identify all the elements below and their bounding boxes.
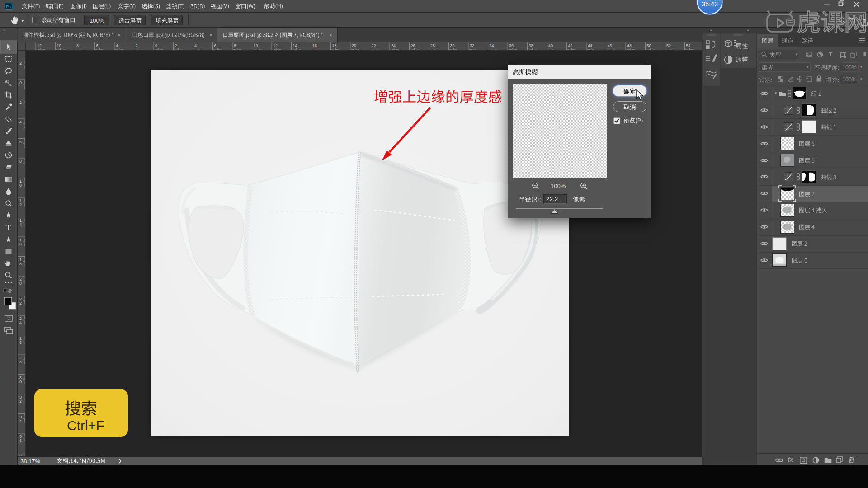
- svg-text:34: 34: [490, 43, 494, 48]
- svg-text:4: 4: [19, 120, 22, 124]
- svg-text:28: 28: [430, 43, 435, 48]
- svg-text:2: 2: [175, 43, 177, 48]
- svg-text:T: T: [6, 223, 11, 232]
- svg-text:32: 32: [470, 43, 474, 48]
- svg-text:54: 54: [686, 43, 691, 48]
- svg-text:4: 4: [116, 43, 118, 48]
- svg-text:6: 6: [19, 438, 22, 443]
- svg-text:4: 4: [19, 222, 22, 227]
- svg-text:6: 6: [19, 140, 22, 144]
- svg-text:8: 8: [19, 262, 22, 266]
- svg-text:52: 52: [666, 43, 671, 48]
- svg-text:0: 0: [19, 281, 22, 286]
- svg-text:16: 16: [312, 43, 317, 48]
- svg-text:3: 3: [19, 454, 22, 457]
- svg-text:0: 0: [19, 80, 22, 85]
- svg-text:24: 24: [391, 43, 396, 48]
- svg-text:8: 8: [19, 360, 22, 364]
- svg-text:44: 44: [588, 43, 592, 48]
- svg-text:6: 6: [96, 43, 99, 48]
- svg-text:2: 2: [19, 100, 22, 105]
- svg-text:6: 6: [214, 43, 217, 48]
- svg-text:8: 8: [76, 43, 79, 48]
- svg-text:0: 0: [19, 183, 22, 188]
- svg-text:8: 8: [19, 159, 22, 164]
- svg-text:10: 10: [57, 43, 61, 48]
- svg-text:2: 2: [136, 43, 138, 48]
- svg-text:18: 18: [332, 43, 337, 48]
- svg-text:0: 0: [155, 43, 157, 48]
- svg-text:0: 0: [19, 380, 22, 384]
- svg-text:42: 42: [568, 43, 573, 48]
- svg-text:26: 26: [411, 43, 415, 48]
- svg-text:2: 2: [19, 61, 22, 66]
- svg-text:38: 38: [529, 43, 533, 48]
- svg-text:46: 46: [608, 43, 612, 48]
- svg-text:2: 2: [19, 202, 22, 207]
- svg-text:4: 4: [19, 320, 22, 325]
- svg-text:12: 12: [273, 43, 278, 48]
- svg-text:48: 48: [627, 43, 632, 48]
- svg-text:6: 6: [19, 340, 22, 345]
- svg-text:2: 2: [19, 399, 22, 404]
- svg-text:22: 22: [372, 43, 376, 48]
- svg-text:8: 8: [234, 43, 236, 48]
- svg-text:12: 12: [37, 43, 42, 48]
- svg-text:2: 2: [19, 301, 22, 305]
- svg-text:50: 50: [647, 43, 651, 48]
- svg-text:4: 4: [194, 43, 197, 48]
- svg-text:10: 10: [254, 43, 258, 48]
- svg-text:4: 4: [19, 419, 22, 423]
- svg-text:30: 30: [450, 43, 455, 48]
- svg-text:6: 6: [19, 242, 22, 246]
- svg-text:40: 40: [548, 43, 553, 48]
- svg-text:20: 20: [352, 43, 356, 48]
- svg-text:36: 36: [509, 43, 514, 48]
- svg-text:14: 14: [293, 43, 297, 48]
